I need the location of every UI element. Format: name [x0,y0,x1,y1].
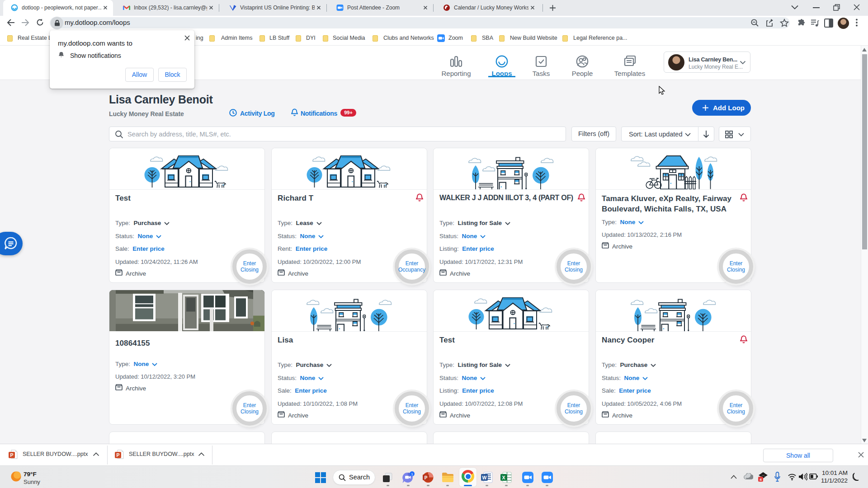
svg-text:P: P [10,452,13,458]
svg-text:W: W [482,475,487,480]
svg-text:X: X [502,475,505,480]
svg-text:P: P [425,475,428,480]
svg-text:4: 4 [760,478,762,482]
svg-text:P: P [116,452,119,458]
svg-text:1: 1 [411,472,413,476]
